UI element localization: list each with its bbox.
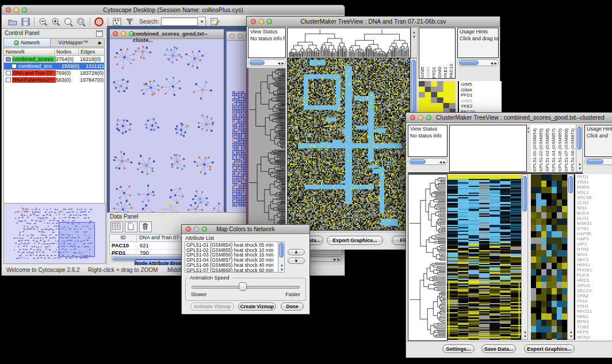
tv1-close-button[interactable] — [251, 19, 256, 24]
gene-label[interactable]: CPA2 — [577, 293, 612, 298]
tv1-zoom-button[interactable] — [267, 19, 272, 24]
column-label[interactable]: PFD1 — [431, 67, 437, 78]
column-label[interactable]: GPL51-01 (GSM854) — [531, 128, 538, 172]
animate-vizmap-button[interactable]: Animate Vizmap — [190, 302, 234, 311]
tv2-export-graphics-button[interactable]: Export Graphics... — [524, 344, 575, 353]
tv1-minimize-button[interactable] — [259, 19, 264, 24]
tv2-minimize-button[interactable] — [418, 115, 423, 120]
column-label[interactable]: GPL51-04 (GSM857) — [550, 128, 557, 172]
gene-label[interactable]: RPN1 — [577, 319, 612, 324]
column-label[interactable]: GIM4 — [426, 67, 431, 78]
gene-label[interactable]: PFD1 — [577, 174, 612, 179]
network-table-row[interactable]: RNAPuberNov2+! 563(0) 107847(0) — [4, 76, 104, 83]
scroll-down-icon[interactable]: ▼ — [578, 167, 582, 170]
table-mode-icon[interactable] — [110, 221, 123, 232]
scroll-up-icon[interactable]: ▲ — [578, 162, 582, 166]
attribute-list-item[interactable]: GPL51-07 (GSM868) heat shock 60 min — [186, 268, 277, 273]
tv2-gene-dendrogram[interactable] — [408, 174, 447, 341]
gene-label[interactable]: PUF3 — [577, 273, 612, 278]
tv1-status-hscrollbar[interactable]: ◀ ▶ — [248, 59, 286, 66]
gene-label[interactable]: PHO81 — [577, 267, 612, 273]
column-label[interactable]: GIM3 — [437, 67, 443, 78]
tv1-gene-dendrogram[interactable] — [248, 68, 286, 230]
column-label[interactable]: PAC10 — [449, 64, 454, 78]
gene-label[interactable]: NTR2 — [577, 247, 612, 252]
gene-label[interactable]: CLN1 — [577, 200, 612, 205]
dialog-close-button[interactable] — [186, 227, 191, 232]
treeview2-titlebar[interactable]: ClusterMaker TreeView : combined_scores_… — [406, 113, 612, 123]
column-label[interactable]: GPL51-03 (GSM856) — [544, 128, 550, 172]
tab-vizmapper[interactable]: VizMapper™ — [51, 39, 97, 47]
tab-network[interactable]: Network — [4, 39, 51, 47]
open-file-icon[interactable] — [6, 16, 19, 27]
column-label[interactable]: GPL51-08 (GSM872) — [569, 128, 576, 172]
speed-slider-thumb[interactable] — [239, 282, 247, 291]
tv2-splitter[interactable]: ▲ ▼ — [527, 125, 530, 172]
tv1-export-graphics-button[interactable]: Export Graphics... — [327, 236, 383, 245]
gene-label[interactable]: BUD4 — [577, 210, 612, 216]
network-table-row[interactable]: combined_scores 2764(0) 16218(0) — [4, 56, 104, 63]
tv2-close-button[interactable] — [410, 115, 415, 120]
gene-label[interactable]: HMG1 — [577, 262, 612, 267]
zoom-in-icon[interactable] — [49, 16, 62, 27]
tv2-hints-hscrollbar[interactable] — [584, 158, 612, 165]
attribute-listbox[interactable]: GPL51-01 (GSM854) heat shock 05 minGPL51… — [185, 242, 285, 273]
gene-label[interactable]: MON2 — [577, 335, 612, 340]
gene-label[interactable]: PAN1 — [577, 314, 612, 319]
column-label[interactable]: YKE2 — [443, 67, 449, 78]
zoom-selected-icon[interactable] — [75, 16, 87, 27]
move-up-button[interactable]: ∧ — [288, 249, 305, 255]
zoom-out-icon[interactable] — [37, 16, 49, 27]
scroll-left-icon[interactable]: ◀ — [490, 62, 493, 65]
scroll-up-icon[interactable]: ▲ — [280, 263, 284, 267]
tv2-save-data-button[interactable]: Save Data... — [481, 344, 516, 353]
search-input[interactable] — [161, 17, 198, 26]
gene-label[interactable]: GPI16 — [577, 283, 612, 288]
tv2-global-heatmap[interactable] — [447, 174, 521, 340]
frame1-titlebar[interactable]: combined_scores_good.txt--cluste... — [110, 29, 224, 39]
gene-label[interactable]: TCB3 — [577, 324, 612, 329]
gene-label[interactable]: GTB1 — [577, 226, 612, 231]
scroll-left-icon[interactable]: ◀ — [439, 160, 442, 164]
tv2-heatmap-vscrollbar[interactable]: ▲ ▼ — [521, 174, 528, 340]
dialog-zoom-button[interactable] — [202, 227, 207, 232]
save-icon[interactable] — [19, 16, 32, 27]
delete-attribute-icon[interactable] — [139, 221, 152, 232]
scroll-right-icon[interactable]: ▶ — [494, 62, 497, 65]
frame2-close-button[interactable] — [230, 33, 235, 39]
scroll-up-icon[interactable]: ▲ — [569, 330, 573, 334]
network-frame-1[interactable]: combined_scores_good.txt--cluste... — [109, 28, 225, 212]
column-label[interactable]: GPL51-02 (GSM855) — [538, 128, 544, 172]
tv2-settings-button[interactable]: Settings... — [442, 344, 475, 353]
zoom-button[interactable] — [22, 7, 27, 13]
tv2-status-hscrollbar[interactable]: ◀ ▶ — [408, 158, 447, 165]
gene-label[interactable]: MAK31 — [577, 221, 612, 226]
column-label[interactable]: GPL51-06 (GSM865) — [557, 128, 563, 172]
frame1-close-button[interactable] — [113, 31, 118, 36]
scroll-right-icon[interactable]: ▶ — [337, 258, 340, 261]
gene-label[interactable]: KAP95 — [577, 231, 612, 236]
column-label[interactable]: GPL51-07 (GSM868) — [563, 128, 569, 172]
network-table-header[interactable]: Network Nodes Edges — [4, 48, 104, 56]
create-vizmap-button[interactable]: Create Vizmap — [238, 302, 276, 311]
tab-overflow-arrow-icon[interactable]: ▶ — [96, 39, 104, 47]
gene-label[interactable]: MSL1 — [577, 190, 612, 195]
list-vscrollbar[interactable]: ▲ ▼ — [278, 242, 284, 272]
move-down-button[interactable]: ∨ — [288, 258, 305, 264]
float-panel-icon[interactable] — [96, 30, 103, 37]
main-titlebar[interactable]: Cytoscape Desktop (Session Name: collins… — [2, 5, 345, 16]
tv1-global-heatmap[interactable] — [287, 58, 410, 231]
column-label[interactable]: GIM5 — [420, 67, 426, 78]
zoom-fit-icon[interactable] — [62, 16, 75, 27]
gene-label[interactable]: YSH1 — [577, 304, 612, 309]
gene-label[interactable]: SPC98 — [577, 195, 612, 200]
scroll-up-icon[interactable]: ▲ — [523, 330, 527, 334]
tv2-array-tree-area[interactable] — [449, 125, 527, 172]
scroll-down-icon[interactable]: ▼ — [523, 335, 527, 338]
gene-label[interactable]: YRA1 — [577, 179, 612, 185]
gene-label[interactable]: RPO21 — [577, 309, 612, 314]
new-attribute-icon[interactable] — [125, 221, 137, 232]
gene-label[interactable]: SEC1 — [577, 257, 612, 262]
gene-label[interactable]: PFD1 — [461, 93, 502, 98]
tv1-splitter[interactable]: ▲ ▼ — [411, 28, 418, 58]
